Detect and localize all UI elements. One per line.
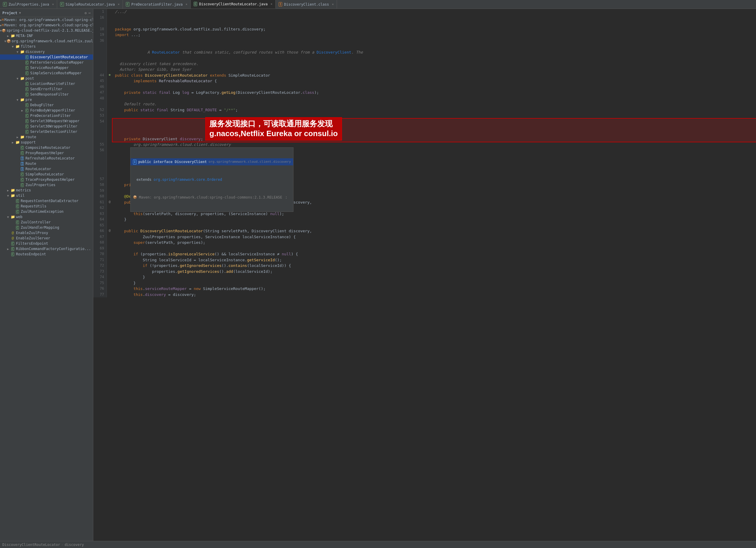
tree-item-simple-service[interactable]: C SimpleServiceRouteMapper xyxy=(0,70,93,76)
line-number: 66 xyxy=(93,228,107,234)
tree-item-debug-filter[interactable]: C DebugFilter xyxy=(0,102,93,108)
line-number xyxy=(93,20,107,26)
tree-item-ribbon-command[interactable]: ▶ C RibbonCommandFactoryConfiguratio... xyxy=(0,246,93,252)
tree-item-servlet30[interactable]: C Servlet30RequestWrapper xyxy=(0,118,93,124)
tab-close[interactable]: × xyxy=(186,3,187,6)
tree-item-maven2[interactable]: ▶ M Maven: org.springframework.cloud:spr… xyxy=(0,23,93,28)
class-icon: @ xyxy=(10,231,15,235)
tree-item-filters-endpoint[interactable]: C FiltersEndpoint xyxy=(0,241,93,246)
collapse-icon[interactable]: – xyxy=(89,11,91,15)
tree-item-jar[interactable]: ▼ 📦 spring-cloud-netflix-zuul-2.1.3.RELE… xyxy=(0,28,93,33)
tree-item-refreshable[interactable]: I RefreshableRouteLocator xyxy=(0,156,93,161)
tree-item-zuul-controller[interactable]: C ZuulController xyxy=(0,220,93,225)
autocomplete-item-3[interactable]: 📦 Maven: org.springframework.cloud:sprin… xyxy=(131,194,293,201)
tab-predecoration[interactable]: C PreDecorationFilter.java × xyxy=(123,0,191,9)
tree-item-servlet30-filter[interactable]: C Servlet30WrapperFilter xyxy=(0,124,93,129)
line-number: 18 xyxy=(93,26,107,32)
line-content xyxy=(113,246,756,252)
tree-item-route[interactable]: ▶ 📁 route xyxy=(0,134,93,140)
tree-item-trace-proxy[interactable]: C TraceProxyRequestHelper xyxy=(0,177,93,182)
folder-icon: 📦 xyxy=(7,39,11,43)
tree-item-route-class[interactable]: I Route xyxy=(0,161,93,166)
tree-item-pre-decoration[interactable]: C PreDecorationFilter xyxy=(0,113,93,118)
tree-item-pattern-service[interactable]: C PatternServiceRouteMapper xyxy=(0,60,93,65)
tab-close[interactable]: × xyxy=(271,2,272,6)
tree-item-proxy-request[interactable]: C ProxyRequestHelper xyxy=(0,150,93,156)
tree-item-metrics[interactable]: ▶ 📁 metrics xyxy=(0,188,93,193)
line-content: super(servletPath, properties); xyxy=(113,240,756,246)
tab-simple-route[interactable]: C SimpleRouteLocator.java × xyxy=(57,0,123,9)
tree-item-enable-zuul-proxy[interactable]: @ EnableZuulProxy xyxy=(0,230,93,236)
tree-item-pre[interactable]: ▼ 📁 pre xyxy=(0,97,93,102)
editor-area[interactable]: 1 /.../ 16 18 xyxy=(93,9,756,541)
tab-close[interactable]: × xyxy=(118,3,120,6)
tree-label: DebugFilter xyxy=(30,103,54,107)
line-content xyxy=(113,223,756,229)
folder-icon: 📁 xyxy=(10,215,15,219)
tree-item-filters[interactable]: ▼ 📁 filters xyxy=(0,44,93,49)
autocomplete-item-1[interactable]: I public interface DiscoveryClient org.s… xyxy=(131,158,293,166)
line-gutter xyxy=(107,280,113,286)
tree-label: LocationRewriteFilter xyxy=(30,82,75,86)
tab-close[interactable]: × xyxy=(52,3,54,6)
tree-item-send-error[interactable]: C SendErrorFilter xyxy=(0,86,93,92)
tree-item-web[interactable]: ▼ 📁 web xyxy=(0,214,93,220)
tree-item-util[interactable]: ▼ 📁 util xyxy=(0,193,93,198)
line-content: ZuulProperties properties, ServiceInstan… xyxy=(113,234,756,240)
tree-item-post[interactable]: ▼ 📁 post xyxy=(0,76,93,81)
tree-item-package[interactable]: ▼ 📦 org.springframework.cloud.netflix.zu… xyxy=(0,38,93,44)
tree-item-simple-route-locator[interactable]: C SimpleRouteLocator xyxy=(0,172,93,177)
tree-item-servlet-detection[interactable]: C ServletDetectionFilter xyxy=(0,129,93,134)
code-line: 44 ● public class DiscoveryClientRouteLo… xyxy=(93,73,756,78)
line-content: } xyxy=(113,217,756,223)
line-gutter xyxy=(107,61,113,67)
tree-label: CompositeRouteLocator xyxy=(25,146,70,150)
tree-item-request-content[interactable]: C RequestContentDataExtractor xyxy=(0,198,93,204)
line-content: import ...; xyxy=(113,32,756,38)
line-number: 1 xyxy=(93,9,107,15)
tree-item-location-rewrite[interactable]: C LocationRewriteFilter xyxy=(0,81,93,86)
tree-item-form-body[interactable]: ▶ C FormBodyWrapperFilter xyxy=(0,108,93,113)
breadcrumb-part-1[interactable]: DiscoveryClientRouteLocator xyxy=(2,543,60,547)
autocomplete-popup[interactable]: I public interface DiscoveryClient org.s… xyxy=(130,147,293,212)
settings-icon[interactable]: ⚙ xyxy=(85,11,87,15)
tree-item-zuul-props[interactable]: C ZuulProperties xyxy=(0,182,93,188)
class-icon: @ xyxy=(10,236,15,240)
tree-item-discovery[interactable]: ▼ 📁 discovery xyxy=(0,49,93,54)
autocomplete-item-2[interactable]: extends org.springframework.core.Ordered xyxy=(131,176,293,183)
tab-zuul-properties[interactable]: C ZuulProperties.java × xyxy=(0,0,57,9)
breadcrumb-part-2[interactable]: discovery xyxy=(65,543,84,547)
line-number: 75 xyxy=(93,280,107,286)
tree-item-enable-zuul-server[interactable]: @ EnableZuulServer xyxy=(0,236,93,241)
line-gutter xyxy=(107,101,113,107)
tree-item-maven1[interactable]: ▶ M Maven: org.springframework.cloud:spr… xyxy=(0,17,93,23)
tab-close[interactable]: × xyxy=(332,3,334,6)
tree-item-request-utils[interactable]: C RequestUtils xyxy=(0,204,93,209)
tree-item-routes-endpoint[interactable]: C RoutesEndpoint xyxy=(0,252,93,257)
tree-item-zuul-runtime[interactable]: C ZuulRuntimeException xyxy=(0,209,93,214)
tree-item-composite[interactable]: C CompositeRouteLocator xyxy=(0,145,93,150)
code-line: 36 xyxy=(93,38,756,44)
line-content: Default route. xyxy=(113,101,756,107)
line-gutter xyxy=(107,119,113,142)
tree-item-zuul-handler[interactable]: C ZuulHandlerMapping xyxy=(0,225,93,230)
tree-item-service-route[interactable]: C ServiceRouteMapper xyxy=(0,65,93,70)
tab-discovery-class[interactable]: I DiscoveryClient.class × xyxy=(276,0,337,9)
tree-item-route-locator[interactable]: I RouteLocator xyxy=(0,166,93,172)
tree-item-meta-inf[interactable]: ▶ 📁 META-INF xyxy=(0,33,93,38)
line-number: 16 xyxy=(93,15,107,21)
project-dropdown[interactable]: ▼ xyxy=(19,11,21,15)
tree-item-support[interactable]: ▶ 📁 support xyxy=(0,140,93,145)
class-icon: C xyxy=(24,130,30,134)
tree-label: SimpleServiceRouteMapper xyxy=(30,71,81,75)
tree-container[interactable]: ▶ M Maven: org.springframework.cloud:spr… xyxy=(0,17,93,541)
tree-item-send-response[interactable]: C SendResponseFilter xyxy=(0,92,93,97)
line-number: 54 xyxy=(93,119,107,142)
class-icon: C xyxy=(15,226,20,230)
class-icon: C xyxy=(20,151,25,155)
tree-item-discovery-client-route-locator[interactable]: C DiscoveryClientRouteLocator xyxy=(0,54,93,60)
tree-label: pre xyxy=(25,98,32,102)
tab-discovery-locator[interactable]: C DiscoveryClientRouteLocator.java × xyxy=(191,0,276,9)
line-number: 46 xyxy=(93,84,107,90)
line-content xyxy=(113,20,756,26)
